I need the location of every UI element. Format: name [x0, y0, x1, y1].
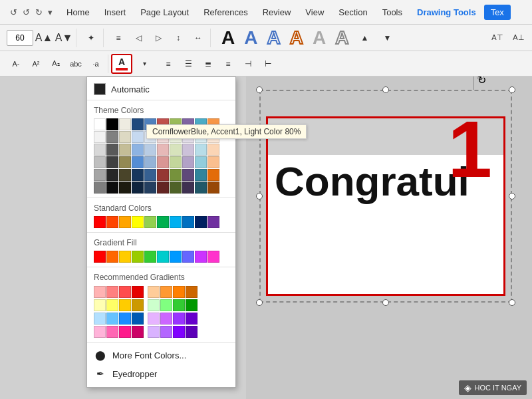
theme-color-swatch-18[interactable] — [195, 131, 207, 143]
text-style-blue[interactable]: A — [241, 26, 260, 50]
bullet-list-button[interactable]: ≡ — [109, 29, 128, 47]
theme-color-swatch-41[interactable] — [106, 169, 118, 181]
rec-grad-swatch-0-0[interactable] — [94, 286, 106, 298]
redo-button[interactable]: ↻ — [33, 6, 45, 19]
rec-grad-swatch-2-0[interactable] — [94, 299, 106, 311]
std-color-swatch-7[interactable] — [182, 216, 194, 228]
theme-color-swatch-2[interactable] — [119, 118, 131, 130]
rec-grad-swatch-3-3[interactable] — [186, 299, 198, 311]
theme-color-swatch-26[interactable] — [170, 144, 182, 156]
menu-insert[interactable]: Insert — [98, 5, 133, 20]
theme-color-swatch-27[interactable] — [182, 144, 194, 156]
gradient-swatch-6[interactable] — [170, 251, 182, 263]
theme-color-swatch-49[interactable] — [207, 169, 219, 181]
theme-color-swatch-46[interactable] — [170, 169, 182, 181]
theme-color-swatch-24[interactable] — [144, 144, 156, 156]
theme-color-swatch-58[interactable] — [195, 182, 207, 194]
theme-color-swatch-45[interactable] — [157, 169, 169, 181]
theme-color-swatch-6[interactable] — [170, 118, 182, 130]
theme-color-swatch-25[interactable] — [157, 144, 169, 156]
rec-grad-swatch-2-3[interactable] — [132, 299, 144, 311]
undo2-button[interactable]: ↺ — [21, 6, 32, 19]
handle-ml[interactable] — [256, 193, 263, 200]
theme-color-swatch-4[interactable] — [144, 118, 156, 130]
handle-bm[interactable] — [382, 299, 389, 306]
rec-grad-swatch-3-0[interactable] — [148, 299, 160, 311]
rec-grad-swatch-1-0[interactable] — [148, 286, 160, 298]
menu-tex[interactable]: Tex — [484, 5, 511, 20]
std-color-swatch-5[interactable] — [157, 216, 169, 228]
theme-color-swatch-54[interactable] — [144, 182, 156, 194]
sub-btn5[interactable]: ·a — [86, 55, 105, 73]
theme-color-swatch-11[interactable] — [106, 131, 118, 143]
theme-color-swatch-42[interactable] — [119, 169, 131, 181]
rec-grad-swatch-1-1[interactable] — [160, 286, 172, 298]
theme-color-swatch-8[interactable] — [195, 118, 207, 130]
superscript-button[interactable]: A² — [27, 55, 45, 73]
menu-view[interactable]: View — [299, 5, 331, 20]
font-color-dropdown[interactable]: ▾ — [135, 55, 154, 73]
std-color-swatch-4[interactable] — [144, 216, 156, 228]
theme-color-swatch-40[interactable] — [94, 169, 106, 181]
theme-color-swatch-16[interactable] — [170, 131, 182, 143]
handle-mr[interactable] — [509, 193, 515, 200]
rec-grad-swatch-6-0[interactable] — [94, 326, 106, 338]
theme-color-swatch-3[interactable] — [132, 118, 144, 130]
text-style-black[interactable]: A — [219, 26, 237, 50]
menu-references[interactable]: References — [197, 5, 254, 20]
theme-color-swatch-19[interactable] — [207, 131, 219, 143]
undo-button[interactable]: ↺ — [8, 6, 19, 19]
handle-br[interactable] — [509, 299, 515, 306]
theme-color-swatch-12[interactable] — [119, 131, 131, 143]
theme-color-swatch-28[interactable] — [195, 144, 207, 156]
menu-page-layout[interactable]: Page Layout — [134, 5, 196, 20]
theme-color-swatch-48[interactable] — [195, 169, 207, 181]
gradient-swatch-0[interactable] — [94, 251, 106, 263]
eyedropper-option[interactable]: ✒ Eyedropper — [87, 364, 235, 383]
spell-check-button[interactable]: abc — [66, 55, 85, 73]
theme-color-swatch-32[interactable] — [119, 156, 131, 168]
handle-tr[interactable] — [509, 86, 515, 93]
theme-color-swatch-22[interactable] — [119, 144, 131, 156]
handle-tm[interactable] — [382, 86, 389, 93]
menu-home[interactable]: Home — [60, 5, 96, 20]
menu-section[interactable]: Section — [332, 5, 374, 20]
theme-color-swatch-52[interactable] — [119, 182, 131, 194]
clear-format-button[interactable]: ✦ — [82, 29, 100, 47]
theme-color-swatch-13[interactable] — [132, 131, 144, 143]
font-size-increase[interactable]: A▲ — [35, 29, 53, 47]
text-style-outline-blue[interactable]: A — [264, 26, 283, 50]
theme-color-swatch-31[interactable] — [106, 156, 118, 168]
line-spacing-button[interactable]: ↕ — [169, 29, 188, 47]
theme-color-swatch-17[interactable] — [182, 131, 194, 143]
rec-grad-swatch-4-2[interactable] — [119, 313, 131, 325]
rec-grad-swatch-1-2[interactable] — [173, 286, 185, 298]
font-color-button[interactable]: A — [111, 54, 132, 74]
outdent-btn[interactable]: ⊢ — [259, 55, 277, 73]
menu-drawing-tools[interactable]: Drawing Tools — [410, 5, 483, 20]
rec-grad-swatch-7-2[interactable] — [173, 326, 185, 338]
rec-grad-swatch-7-1[interactable] — [160, 326, 172, 338]
rec-grad-swatch-4-0[interactable] — [94, 313, 106, 325]
subscript-minus-button[interactable]: A- — [7, 55, 25, 73]
std-color-swatch-9[interactable] — [207, 216, 219, 228]
gallery-scroll-down[interactable]: ▼ — [378, 29, 396, 47]
align-left-button[interactable]: ≡ — [159, 55, 178, 73]
theme-color-swatch-37[interactable] — [182, 156, 194, 168]
theme-color-swatch-59[interactable] — [207, 182, 219, 194]
rec-grad-swatch-7-3[interactable] — [186, 326, 198, 338]
std-color-swatch-0[interactable] — [94, 216, 106, 228]
rec-grad-swatch-4-3[interactable] — [132, 313, 144, 325]
text-style-outline-gray[interactable]: A — [332, 26, 351, 50]
rec-grad-swatch-5-3[interactable] — [186, 313, 198, 325]
indent-btn[interactable]: ⊣ — [239, 55, 257, 73]
rec-grad-swatch-7-0[interactable] — [148, 326, 160, 338]
theme-color-swatch-36[interactable] — [170, 156, 182, 168]
handle-bl[interactable] — [256, 299, 263, 306]
handle-tl[interactable] — [256, 86, 263, 93]
rec-grad-swatch-4-1[interactable] — [106, 313, 118, 325]
rec-grad-swatch-6-2[interactable] — [119, 326, 131, 338]
gradient-swatch-3[interactable] — [132, 251, 144, 263]
theme-color-swatch-44[interactable] — [144, 169, 156, 181]
rec-grad-swatch-0-3[interactable] — [132, 286, 144, 298]
